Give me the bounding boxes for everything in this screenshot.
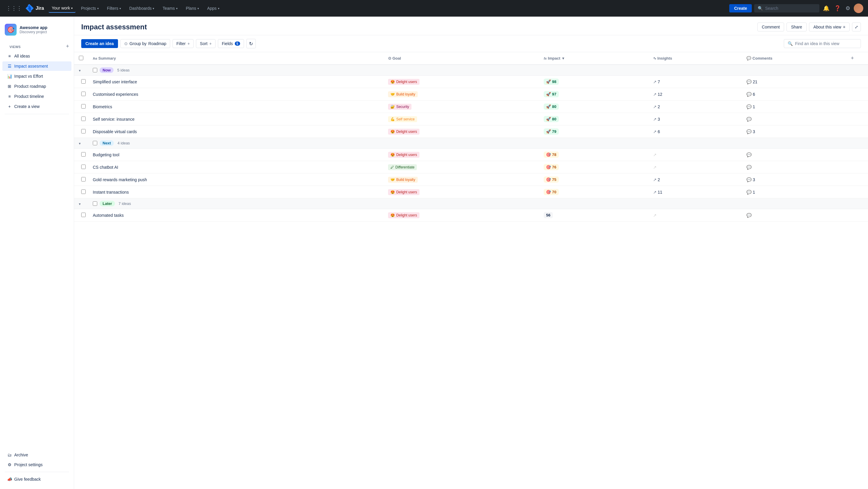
about-this-view-button[interactable]: About this view ≡ xyxy=(809,23,849,31)
impact-value: 78 xyxy=(552,152,556,157)
group-chevron-now[interactable]: ▾ xyxy=(79,68,81,73)
sort-button[interactable]: Sort + xyxy=(196,39,216,48)
nav-apps[interactable]: Apps ▾ xyxy=(204,4,222,12)
goal-emoji: 😍 xyxy=(391,80,395,84)
search-input[interactable] xyxy=(765,6,816,11)
app-logo[interactable]: Jira xyxy=(26,4,44,12)
create-idea-button[interactable]: Create an idea xyxy=(81,39,118,48)
search-bar[interactable]: 🔍 xyxy=(754,4,819,12)
idea-name[interactable]: Customised experiences xyxy=(93,92,138,97)
add-column-button[interactable]: + xyxy=(851,55,854,61)
share-button[interactable]: Share xyxy=(786,23,806,31)
impact-emoji: 🎯 xyxy=(546,177,551,182)
col-add[interactable]: + xyxy=(837,52,868,65)
sidebar-item-impact-effort[interactable]: 📊 Impact vs Effort xyxy=(2,71,71,81)
impact-badge: 🚀 79 xyxy=(544,128,559,134)
impact-emoji: 🎯 xyxy=(546,152,551,157)
fields-button[interactable]: Fields 5 xyxy=(218,39,244,48)
group-tag-next: Next xyxy=(100,140,114,146)
sidebar-bottom: 🗂 Archive ⚙ Project settings 📣 Give feed… xyxy=(0,448,74,484)
impact-value: 75 xyxy=(552,177,556,182)
sidebar-item-all-ideas[interactable]: ≡ All ideas xyxy=(2,51,71,61)
comment-bubble-icon-empty: 💬 xyxy=(746,152,751,157)
group-by-button[interactable]: ⊙ Group by Roadmap xyxy=(120,39,170,48)
nav-filters[interactable]: Filters ▾ xyxy=(104,4,124,12)
sidebar-item-archive[interactable]: 🗂 Archive xyxy=(2,450,71,460)
row-checkbox[interactable] xyxy=(81,189,86,194)
group-tag-now: Now xyxy=(100,67,114,73)
insights-cell: ↗3 xyxy=(650,113,743,125)
sidebar-item-feedback[interactable]: 📣 Give feedback xyxy=(2,475,71,484)
search-view[interactable]: 🔍 xyxy=(784,39,861,48)
row-checkbox[interactable] xyxy=(81,213,86,217)
row-checkbox[interactable] xyxy=(81,129,86,133)
create-button[interactable]: Create xyxy=(729,4,752,12)
idea-name[interactable]: Gold rewards marketing push xyxy=(93,177,147,182)
group-checkbox-next[interactable] xyxy=(93,141,97,145)
ideas-table: Aα Summary ⊙ Goal fx xyxy=(74,52,868,221)
nav-dashboards[interactable]: Dashboards ▾ xyxy=(126,4,157,12)
nav-plans[interactable]: Plans ▾ xyxy=(183,4,202,12)
select-all-checkbox[interactable] xyxy=(79,56,83,60)
row-checkbox[interactable] xyxy=(81,117,86,121)
row-checkbox[interactable] xyxy=(81,164,86,169)
row-extra-cell xyxy=(837,125,868,138)
nav-projects[interactable]: Projects ▾ xyxy=(78,4,102,12)
expand-button[interactable]: ⤢ xyxy=(852,23,861,31)
sidebar-item-impact-assessment[interactable]: ☰ Impact assesment xyxy=(2,61,71,71)
insights-cell: ↗2 xyxy=(650,174,743,186)
comments-cell: 💬 xyxy=(743,161,837,174)
help-icon[interactable]: ❓ xyxy=(833,4,842,13)
search-view-input[interactable] xyxy=(795,41,857,46)
views-label: VIEWS xyxy=(5,43,26,50)
grid-icon[interactable]: ⋮⋮⋮ xyxy=(5,4,23,13)
group-tag-later: Later xyxy=(100,201,115,206)
group-checkbox-later[interactable] xyxy=(93,201,97,206)
sidebar-item-label: All ideas xyxy=(14,54,30,58)
row-checkbox[interactable] xyxy=(81,79,86,84)
all-ideas-icon: ≡ xyxy=(7,54,12,58)
notifications-icon[interactable]: 🔔 xyxy=(822,4,831,13)
add-view-icon[interactable]: + xyxy=(66,43,69,50)
row-checkbox[interactable] xyxy=(81,152,86,157)
impact-fx-icon: fx xyxy=(544,57,547,60)
idea-name[interactable]: Disposable virtual cards xyxy=(93,129,137,134)
comment-button[interactable]: Comment xyxy=(757,23,784,31)
nav-your-work[interactable]: Your work ▾ xyxy=(49,4,75,13)
page-header-actions: Comment Share About this view ≡ ⤢ xyxy=(757,23,861,31)
nav-teams[interactable]: Teams ▾ xyxy=(159,4,180,12)
idea-name[interactable]: Instant transactions xyxy=(93,190,129,194)
settings-icon[interactable]: ⚙ xyxy=(844,4,851,13)
idea-name[interactable]: Biometrics xyxy=(93,104,112,109)
sidebar-item-product-timeline[interactable]: ≡ Product timeline xyxy=(2,92,71,101)
refresh-button[interactable]: ↻ xyxy=(246,39,256,48)
row-checkbox[interactable] xyxy=(81,177,86,182)
user-avatar[interactable] xyxy=(854,4,863,13)
idea-name[interactable]: Simplified user interface xyxy=(93,80,137,84)
impact-badge: 🎯 76 xyxy=(544,164,559,170)
comments-bubble-icon: 💬 xyxy=(746,56,751,61)
sidebar-item-create-view[interactable]: + Create a view xyxy=(2,102,71,111)
impact-value: 79 xyxy=(552,129,556,134)
idea-name[interactable]: Budgeting tool xyxy=(93,152,120,157)
row-extra-cell xyxy=(837,100,868,113)
idea-name[interactable]: Automated tasks xyxy=(93,213,124,218)
group-chevron-next[interactable]: ▾ xyxy=(79,142,81,146)
row-checkbox[interactable] xyxy=(81,104,86,109)
goal-emoji: 🤝 xyxy=(391,178,395,182)
sidebar-item-settings[interactable]: ⚙ Project settings xyxy=(2,460,71,469)
idea-name[interactable]: CS chatbot AI xyxy=(93,165,118,170)
comments-cell: 💬 xyxy=(743,113,837,125)
goal-tag: 🖊 Differentiate xyxy=(388,164,417,170)
col-impact[interactable]: fx Impact ▼ xyxy=(540,52,649,65)
impact-value: 80 xyxy=(552,117,556,121)
sidebar-item-product-roadmap[interactable]: ⊞ Product roadmap xyxy=(2,82,71,91)
group-chevron-later[interactable]: ▾ xyxy=(79,202,81,206)
project-icon: 🎯 xyxy=(5,24,17,36)
filter-button[interactable]: Filter + xyxy=(173,39,193,48)
idea-name[interactable]: Self service: insurance xyxy=(93,117,134,122)
group-checkbox-now[interactable] xyxy=(93,68,97,72)
top-navigation: ⋮⋮⋮ Jira Your work ▾ Projects ▾ xyxy=(0,0,868,17)
row-checkbox[interactable] xyxy=(81,92,86,96)
goal-tag: 😍 Delight users xyxy=(388,129,420,134)
